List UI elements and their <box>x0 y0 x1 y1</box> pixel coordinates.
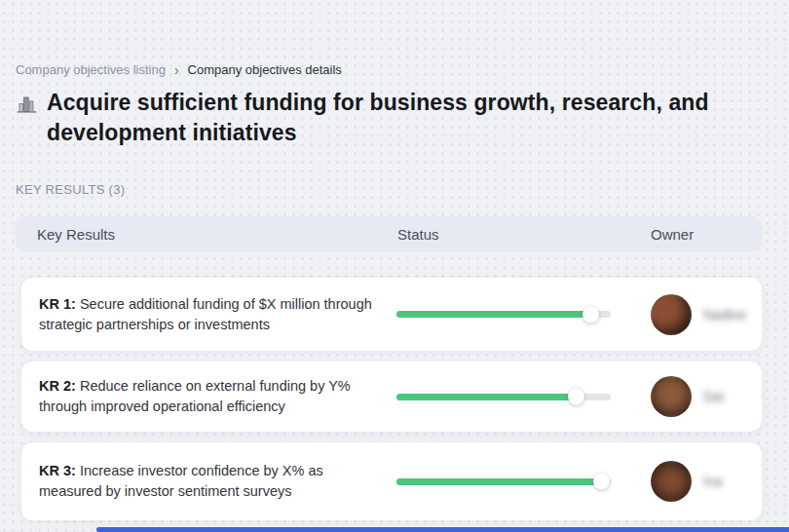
key-result-description: KR 1: Secure additional funding of $X mi… <box>39 294 375 335</box>
city-buildings-icon <box>16 95 38 118</box>
owner-avatar <box>651 376 692 417</box>
column-header-owner: Owner <box>651 226 762 243</box>
status-cell <box>375 478 611 485</box>
owner-cell: Ina <box>611 461 742 502</box>
progress-fill <box>396 394 577 400</box>
breadcrumb-objectives-details: Company objectives details <box>188 62 342 77</box>
kr-description-text: Reduce reliance on external funding by Y… <box>39 378 351 414</box>
key-result-row-3[interactable]: KR 3: Increase investor confidence by X%… <box>21 442 762 520</box>
column-header-status: Status <box>397 226 651 243</box>
horizontal-scrollbar[interactable] <box>96 527 789 532</box>
progress-knob[interactable] <box>582 306 599 323</box>
key-result-description: KR 3: Increase investor confidence by X%… <box>39 461 375 502</box>
progress-slider[interactable] <box>396 394 611 400</box>
key-results-list: KR 1: Secure additional funding of $X mi… <box>21 278 762 520</box>
owner-name: Ina <box>703 474 722 489</box>
progress-fill <box>396 478 602 485</box>
progress-slider[interactable] <box>396 311 611 318</box>
key-result-description: KR 2: Reduce reliance on external fundin… <box>39 376 375 417</box>
key-result-row-1[interactable]: KR 1: Secure additional funding of $X mi… <box>21 278 762 351</box>
owner-avatar <box>651 294 692 335</box>
progress-knob[interactable] <box>593 474 610 490</box>
owner-name: Nadine <box>703 307 746 323</box>
breadcrumb: Company objectives listing › Company obj… <box>16 62 342 77</box>
kr-label: KR 3: <box>39 463 76 478</box>
owner-name: Dai <box>703 389 724 404</box>
breadcrumb-separator-icon: › <box>174 63 179 77</box>
breadcrumb-objectives-listing[interactable]: Company objectives listing <box>16 62 166 77</box>
objective-title: Acquire sufficient funding for business … <box>47 88 719 147</box>
key-result-row-2[interactable]: KR 2: Reduce reliance on external fundin… <box>21 361 762 432</box>
objective-header: Acquire sufficient funding for business … <box>16 88 756 147</box>
objective-details-page: Company objectives listing › Company obj… <box>0 0 789 532</box>
column-header-key-results: Key Results <box>37 226 397 243</box>
key-results-section-label: KEY RESULTS (3) <box>16 182 125 197</box>
progress-knob[interactable] <box>568 389 584 405</box>
owner-avatar <box>651 461 692 502</box>
owner-cell: Dai <box>611 376 742 417</box>
progress-slider[interactable] <box>396 478 611 485</box>
key-results-table-header: Key Results Status Owner <box>16 216 762 251</box>
status-cell <box>375 394 611 400</box>
kr-label: KR 2: <box>39 378 76 394</box>
progress-fill <box>396 311 591 318</box>
status-cell <box>375 311 611 318</box>
kr-label: KR 1: <box>39 296 76 312</box>
kr-description-text: Secure additional funding of $X million … <box>39 296 372 332</box>
kr-description-text: Increase investor confidence by X% as me… <box>39 463 323 499</box>
owner-cell: Nadine <box>611 294 746 335</box>
